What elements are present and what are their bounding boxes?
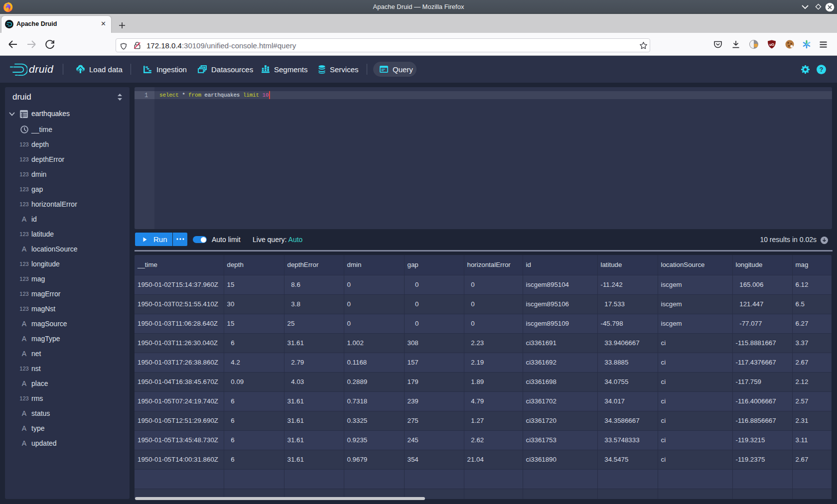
- svg-text:?: ?: [820, 66, 824, 73]
- svg-text:uO: uO: [769, 43, 774, 46]
